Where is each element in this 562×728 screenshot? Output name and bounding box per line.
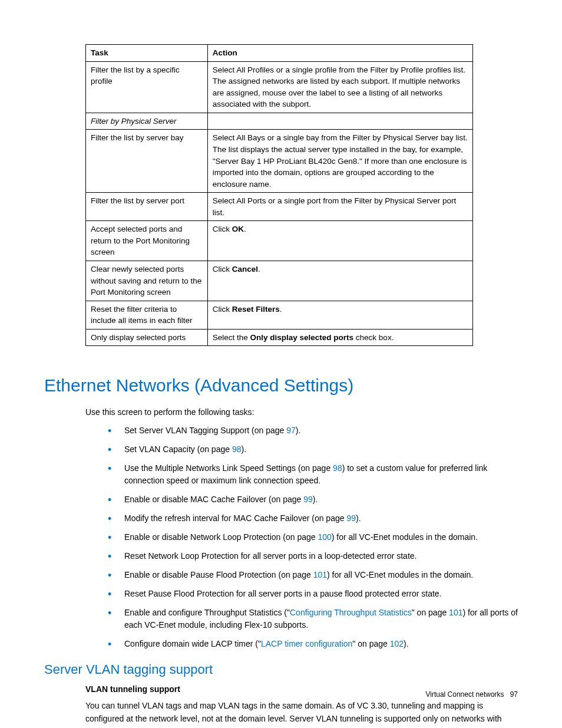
- list-item: Enable or disable Pause Flood Protection…: [108, 569, 518, 581]
- list-item: Set Server VLAN Tagging Support (on page…: [108, 424, 518, 437]
- footer-section: Virtual Connect networks: [425, 690, 504, 699]
- page-link[interactable]: 98: [232, 444, 242, 454]
- list-item: Configure domain wide LACP timer ("LACP …: [108, 638, 518, 650]
- task-cell: Clear newly selected ports without savin…: [86, 261, 208, 301]
- table-header-action: Action: [207, 45, 472, 62]
- task-cell: Filter the list by server bay: [86, 130, 208, 193]
- section-heading: Server VLAN tagging support: [44, 662, 518, 677]
- task-cell: Filter the list by server port: [86, 193, 208, 221]
- action-cell: Click Cancel.: [207, 261, 472, 301]
- page-link[interactable]: 102: [390, 639, 404, 648]
- task-list: Set Server VLAN Tagging Support (on page…: [108, 424, 518, 650]
- list-item: Enable or disable Network Loop Protectio…: [108, 531, 518, 543]
- table-row: Clear newly selected ports without savin…: [86, 261, 473, 301]
- action-cell: Click Reset Filters.: [207, 301, 472, 329]
- action-cell: Select All Profiles or a single profile …: [207, 61, 472, 113]
- action-cell: Click OK.: [207, 221, 472, 261]
- list-item: Use the Multiple Networks Link Speed Set…: [108, 462, 518, 487]
- footer-page: 97: [510, 690, 518, 699]
- action-cell: Select All Ports or a single port from t…: [207, 193, 472, 221]
- task-cell: Accept selected ports and return to the …: [86, 221, 208, 261]
- list-item: Reset Pause Flood Protection for all ser…: [108, 588, 518, 600]
- page-link[interactable]: 100: [318, 532, 331, 542]
- task-cell: Reset the filter criteria to include all…: [86, 301, 208, 329]
- table-row: Only display selected ports Select the O…: [86, 329, 473, 346]
- page-link[interactable]: 99: [303, 495, 313, 504]
- page-link[interactable]: 98: [333, 463, 342, 473]
- list-item: Reset Network Loop Protection for all se…: [108, 550, 518, 562]
- list-item: Enable or disable MAC Cache Failover (on…: [108, 493, 518, 506]
- task-cell: Only display selected ports: [86, 329, 208, 346]
- task-action-table: Task Action Filter the list by a specifi…: [85, 44, 473, 346]
- table-row: Reset the filter criteria to include all…: [86, 301, 473, 329]
- list-item: Modify the refresh interval for MAC Cach…: [108, 512, 518, 525]
- action-cell: Select All Bays or a single bay from the…: [207, 130, 472, 193]
- task-cell: Filter the list by a specific profile: [86, 61, 208, 113]
- list-item: Enable and configure Throughput Statisti…: [108, 607, 518, 631]
- page-link[interactable]: 101: [449, 608, 462, 617]
- topic-link[interactable]: Configuring Throughput Statistics: [290, 608, 412, 617]
- page-link[interactable]: 99: [346, 513, 356, 523]
- table-header-task: Task: [86, 45, 208, 62]
- task-cell: Filter by Physical Server: [86, 113, 208, 130]
- table-row: Filter by Physical Server: [86, 113, 473, 130]
- topic-link[interactable]: LACP timer configuration: [261, 639, 352, 648]
- table-row: Filter the list by a specific profile Se…: [86, 61, 473, 113]
- body-paragraph: You can tunnel VLAN tags and map VLAN ta…: [85, 700, 518, 728]
- list-item: Set VLAN Capacity (on page 98).: [108, 443, 518, 456]
- page-link[interactable]: 101: [313, 570, 327, 579]
- action-cell: [207, 113, 472, 130]
- page-footer: Virtual Connect networks 97: [425, 690, 518, 699]
- table-row: Filter the list by server bay Select All…: [86, 130, 473, 193]
- intro-text: Use this screen to perform the following…: [85, 406, 518, 419]
- page-heading: Ethernet Networks (Advanced Settings): [44, 375, 518, 396]
- action-cell: Select the Only display selected ports c…: [207, 329, 472, 346]
- page-link[interactable]: 97: [286, 426, 296, 435]
- table-row: Filter the list by server port Select Al…: [86, 193, 473, 221]
- table-row: Accept selected ports and return to the …: [86, 221, 473, 261]
